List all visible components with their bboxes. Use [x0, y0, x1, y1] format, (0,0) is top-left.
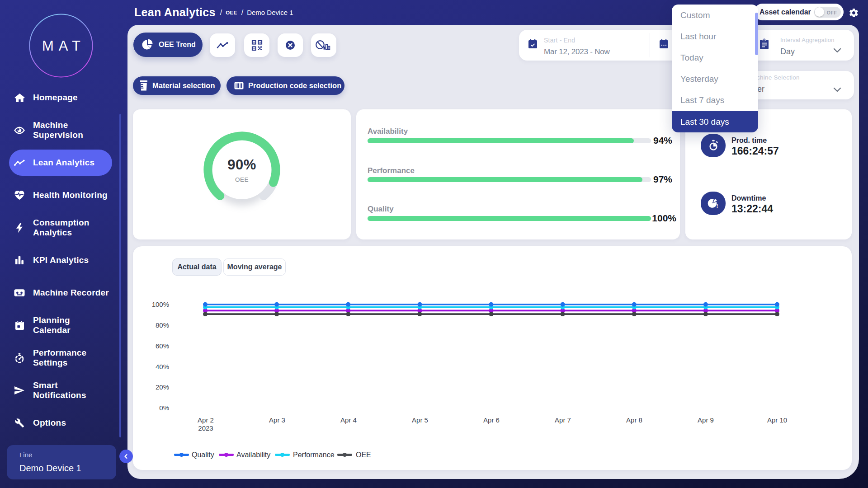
svg-text:MAT: MAT	[42, 38, 85, 54]
svg-text:!: !	[717, 203, 718, 209]
